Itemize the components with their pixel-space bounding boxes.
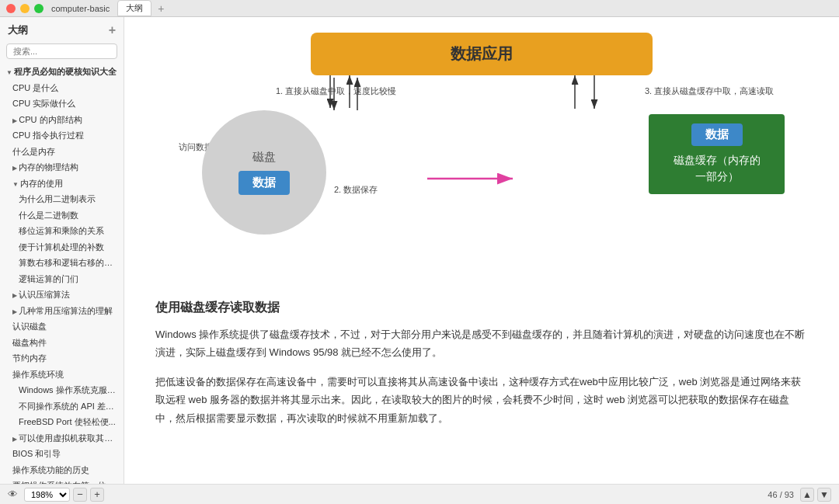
sidebar: 大纲 + 程序员必知的硬核知识大全CPU 是什么CPU 实际做什么CPU 的内部… [0,17,124,484]
sidebar-item[interactable]: 不同操作系统的 API 差异性 [0,398,124,415]
cache-label: 磁盘缓存（内存的一部分） [674,152,761,185]
sidebar-item[interactable]: 要把操作系统放在第一位 [0,478,124,484]
sidebar-item[interactable]: 什么是内存 [0,144,124,160]
zoom-control: 50%75%100%125%150%175%198%200% − + [24,488,104,502]
zoom-in-button[interactable]: + [90,488,104,502]
page-down-button[interactable]: ▼ [817,488,831,502]
disk-label: 磁盘 [252,150,276,165]
maximize-button[interactable] [34,4,44,13]
page-up-button[interactable]: ▲ [800,488,814,502]
sidebar-item[interactable]: 操作系统环境 [0,367,124,383]
sidebar-item[interactable]: 为什么用二进制表示 [0,191,124,207]
section-title: 使用磁盘缓存读取数据 [155,300,808,316]
sidebar-item[interactable]: 程序员必知的硬核知识大全 [0,64,124,80]
sidebar-item[interactable]: 磁盘构件 [0,335,124,351]
sidebar-item[interactable]: CPU 实际做什么 [0,96,124,112]
sidebar-item[interactable]: 节约内存 [0,350,124,367]
arrow1-label: 1. 直接从磁盘中取，速度比较慢 [276,85,396,97]
sidebar-item[interactable]: 认识压缩算法 [0,287,124,303]
page-current: 46 [768,490,777,499]
title-bar: computer-basic 大纲 + [0,0,839,17]
diagram-container: 数据应用 [155,33,808,281]
tab-outline[interactable]: 大纲 [117,0,151,16]
sidebar-item[interactable]: 什么是二进制数 [0,207,124,224]
close-button[interactable] [6,4,16,13]
sidebar-item[interactable]: 几种常用压缩算法的理解 [0,303,124,319]
disk-cache-box: 数据 磁盘缓存（内存的一部分） [649,114,785,194]
sidebar-item[interactable]: CPU 指令执行过程 [0,127,124,144]
minimize-button[interactable] [20,4,30,13]
zoom-select[interactable]: 50%75%100%125%150%175%198%200% [24,488,70,502]
sidebar-item[interactable]: FreeBSD Port 使轻松便... [0,414,124,430]
sidebar-item[interactable]: CPU 是什么 [0,80,124,96]
page-info: 46 / 93 [768,490,794,499]
sidebar-item[interactable]: 内存的物理结构 [0,159,124,176]
sidebar-item[interactable]: BIOS 和引导 [0,446,124,462]
arrow3-label: 3. 直接从磁盘缓存中取，高速读取 [645,85,800,97]
sidebar-item[interactable]: 内存的使用 [0,176,124,192]
sidebar-item[interactable]: 可以使用虚拟机获取其他环境 [0,430,124,447]
sidebar-header: 大纲 + [0,17,124,40]
sidebar-search-input[interactable] [6,43,117,59]
zoom-out-button[interactable]: − [73,488,87,502]
main-layout: 大纲 + 程序员必知的硬核知识大全CPU 是什么CPU 实际做什么CPU 的内部… [0,17,839,484]
disk-data-box: 数据 [238,171,290,195]
sidebar-content: 程序员必知的硬核知识大全CPU 是什么CPU 实际做什么CPU 的内部结构CPU… [0,62,124,484]
app-title: computer-basic [51,4,110,13]
sidebar-item[interactable]: 操作系统功能的历史 [0,462,124,478]
page-total: 93 [785,490,794,499]
content-scroll[interactable]: 数据应用 [124,17,839,484]
sidebar-item[interactable]: CPU 的内部结构 [0,112,124,128]
page-navigation: ▲ ▼ [800,488,831,502]
data-app-box: 数据应用 [311,33,653,75]
arrow2-label: 2. 数据保存 [334,184,378,196]
disk-circle: 磁盘 数据 [202,110,326,235]
content-area: 数据应用 [124,17,839,484]
paragraph-2: 把低速设备的数据保存在高速设备中，需要时可以直接将其从高速设备中读出，这种缓存方… [155,373,808,427]
sidebar-item[interactable]: 认识磁盘 [0,318,124,335]
paragraph-1: Windows 操作系统提供了磁盘缓存技术，不过，对于大部分用户来说是感受不到磁… [155,325,808,362]
bottom-bar: 👁 50%75%100%125%150%175%198%200% − + 46 … [0,484,839,504]
cache-data-box: 数据 [691,123,743,146]
sidebar-item[interactable]: 移位运算和乘除的关系 [0,223,124,239]
sidebar-item[interactable]: 便于计算机处理的补数 [0,239,124,255]
sidebar-add-button[interactable]: + [109,24,116,36]
sidebar-item[interactable]: 算数右移和逻辑右移的区别 [0,255,124,271]
add-tab-button[interactable]: + [158,2,164,15]
eye-icon[interactable]: 👁 [8,488,18,500]
sidebar-title: 大纲 [8,23,28,37]
sidebar-item[interactable]: 逻辑运算的门们 [0,271,124,287]
sidebar-item[interactable]: Windows 操作系统克服了 C... [0,382,124,398]
